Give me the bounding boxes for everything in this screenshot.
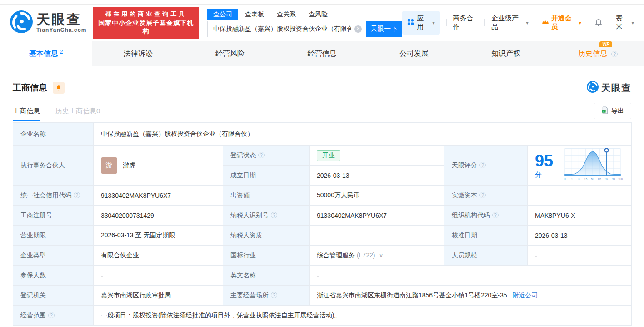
business-address-value: 浙江省嘉兴市南湖区东栅街道南江路1856号基金小镇1号楼220室-35 附近公司 (310, 286, 632, 306)
user-menu[interactable]: 费米 (616, 14, 634, 31)
field-label: 出资额 (223, 186, 310, 206)
partner-cell: 游 游虎 (94, 146, 223, 186)
search-tab-company[interactable]: 查公司 (207, 9, 238, 20)
help-icon[interactable] (74, 192, 80, 198)
taxpayer-quality-value: - (310, 226, 444, 246)
industry-value[interactable]: 综合管理服务 (L722) (310, 246, 444, 266)
search-tab-relation[interactable]: 查关系 (271, 9, 302, 20)
search-button[interactable]: 天眼一下 (366, 21, 402, 37)
field-label: 登记状态 (223, 146, 310, 166)
logo-subtitle: TianYanCha.com (36, 27, 86, 33)
brand-watermark: 天眼查 (587, 81, 631, 95)
field-label: 英文名称 (223, 266, 310, 286)
header: 天眼查 TianYanCha.com 都在用的商业查询工具 国家中小企业发展子基… (0, 5, 644, 41)
help-icon[interactable] (479, 192, 486, 198)
tab-history-info[interactable]: VIP 历史信息 (552, 41, 644, 66)
capital-value: 50000万人民币 (310, 186, 444, 206)
divider (588, 19, 588, 26)
search-input[interactable] (207, 21, 366, 37)
svg-text:100: 100 (618, 178, 623, 181)
field-label: 纳税人识别号 (223, 206, 310, 226)
help-icon[interactable] (611, 51, 618, 57)
table-row: 经营范围 一般项目：股权投资(除依法须经批准的项目外，凭营业执照依法自主开展经营… (13, 306, 632, 326)
tab-legal[interactable]: 法律诉讼 (92, 41, 184, 66)
nearby-companies-link[interactable]: 附近公司 (512, 292, 538, 299)
export-button[interactable]: x 导出 (594, 103, 631, 119)
search-block: 查公司 查老板 查关系 查风险 天眼一下 (207, 9, 402, 37)
partner-avatar[interactable]: 游 (101, 157, 117, 174)
svg-text:50: 50 (591, 178, 594, 181)
tab-intellectual-property[interactable]: 知识产权 (460, 41, 552, 66)
logo-title: 天眼查 (36, 12, 86, 27)
subtab-business-info[interactable]: 工商信息 (13, 107, 40, 121)
score-value: 95 (535, 151, 553, 170)
field-label: 核准日期 (444, 226, 528, 246)
score-marker-icon (605, 149, 609, 152)
field-label: 成立日期 (223, 166, 310, 186)
search-tab-risk[interactable]: 查风险 (303, 9, 334, 20)
score-cell: 95分 (528, 146, 632, 186)
approval-date-value: 2026-03-13 (528, 226, 632, 246)
company-type-value: 有限合伙企业 (94, 246, 223, 266)
tab-operation-risk[interactable]: 经营风险 (184, 41, 276, 66)
tab-company-development[interactable]: 公司发展 (368, 41, 460, 66)
tab-basic-info[interactable]: 基本信息 2 (0, 41, 92, 66)
field-label: 企业类型 (13, 246, 94, 266)
field-label: 登记机关 (13, 286, 94, 306)
reg-authority-value: 嘉兴市南湖区行政审批局 (94, 286, 223, 306)
partner-name-link[interactable]: 游虎 (123, 161, 135, 170)
apps-menu[interactable]: 应用 (402, 11, 440, 35)
excel-icon: x (601, 106, 608, 116)
svg-text:3: 3 (578, 178, 580, 181)
svg-text:15: 15 (584, 178, 588, 181)
help-icon[interactable] (48, 312, 55, 318)
english-name-value: - (310, 266, 632, 286)
monitor-bell-icon[interactable] (53, 82, 65, 94)
menu-vip[interactable]: 开通会员 (542, 14, 581, 31)
field-label: 执行事务合伙人 (13, 146, 94, 186)
search-tabs: 查公司 查老板 查关系 查风险 (207, 9, 402, 20)
help-icon[interactable] (271, 212, 277, 218)
vip-badge: VIP (599, 41, 612, 47)
score-distribution-chart: 0 1 3 15 50 85 97 99 100 (561, 146, 624, 184)
help-icon[interactable] (492, 212, 499, 218)
table-row: 企业名称 中保投融新盈（嘉兴）股权投资合伙企业（有限合伙） (13, 123, 632, 146)
subtab-history-business-info[interactable]: 历史工商信息0 (55, 107, 100, 121)
company-nav-tabs: 基本信息 2 法律诉讼 经营风险 经营信息 公司发展 知识产权 VIP 历史信息 (0, 41, 644, 66)
tab-operation-info[interactable]: 经营信息 (276, 41, 368, 66)
menu-enterprise[interactable]: 企业级产品 (491, 14, 529, 31)
banner-line2: 国家中小企业发展子基金旗下机构 (97, 19, 195, 35)
field-label: 统一社会信用代码 (13, 186, 94, 206)
help-icon[interactable] (271, 292, 277, 298)
table-row: 营业期限 2026-03-13 至 无固定期限 纳税人资质 - 核准日期 202… (13, 226, 632, 246)
field-label: 工商注册号 (13, 206, 94, 226)
business-scope-value: 一般项目：股权投资(除依法须经批准的项目外，凭营业执照依法自主开展经营活动)。 (94, 306, 632, 326)
status-badge: 开业 (317, 150, 340, 161)
notifications-bell-icon[interactable] (594, 19, 603, 27)
svg-text:1: 1 (571, 178, 573, 181)
field-label: 实缴资本 (444, 186, 528, 206)
field-label: 经营范围 (13, 306, 94, 326)
field-label: 人员规模 (444, 246, 528, 266)
divider (446, 19, 447, 26)
field-label: 营业期限 (13, 226, 94, 246)
tab-count-badge: 2 (60, 49, 63, 55)
apps-grid-icon (407, 19, 414, 27)
tianyancha-logo-icon (10, 10, 33, 35)
credit-code-value: 91330402MAK8PYU6X7 (94, 186, 223, 206)
company-name-value: 中保投融新盈（嘉兴）股权投资合伙企业（有限合伙） (94, 123, 632, 146)
crown-icon (542, 19, 549, 27)
clear-search-icon[interactable] (354, 25, 362, 33)
divider (535, 19, 535, 26)
search-tab-boss[interactable]: 查老板 (239, 9, 270, 20)
help-icon[interactable] (479, 162, 486, 168)
menu-cooperation[interactable]: 商务合作 (453, 14, 478, 31)
table-row: 登记机关 嘉兴市南湖区行政审批局 主要经营场所 浙江省嘉兴市南湖区东栅街道南江路… (13, 286, 632, 306)
help-icon[interactable] (258, 152, 265, 158)
section-title: 工商信息 (13, 82, 47, 94)
site-logo[interactable]: 天眼查 TianYanCha.com (10, 10, 86, 35)
banner-line1: 都在用的商业查询工具 (97, 10, 195, 18)
establish-date-value: 2026-03-13 (310, 166, 444, 186)
table-row: 统一社会信用代码 91330402MAK8PYU6X7 出资额 50000万人民… (13, 186, 632, 206)
field-label: 纳税人资质 (223, 226, 310, 246)
